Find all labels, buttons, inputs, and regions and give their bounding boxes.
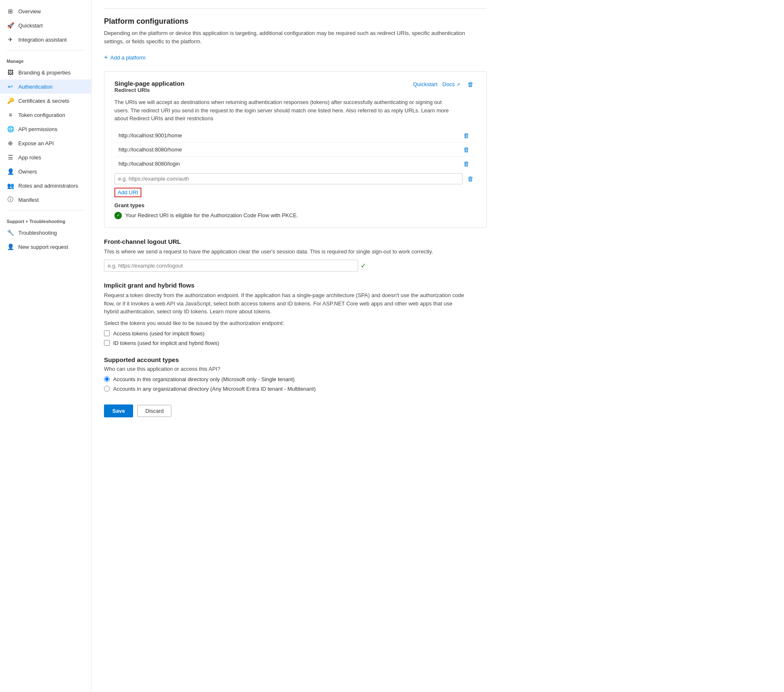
sidebar-label-authentication: Authentication xyxy=(18,84,52,90)
sidebar-item-api-permissions[interactable]: 🌐 API permissions xyxy=(0,122,91,136)
implicit-grant-title: Implicit grant and hybrid flows xyxy=(104,282,487,289)
card-docs-link[interactable]: Docs ↗ xyxy=(443,81,460,87)
multi-tenant-radio[interactable] xyxy=(104,386,110,392)
logout-input-row: ✓ xyxy=(104,260,366,272)
supported-accounts-section: Supported account types Who can use this… xyxy=(104,356,487,392)
roles-icon: 👥 xyxy=(7,182,14,189)
front-channel-section: Front-channel logout URL This is where w… xyxy=(104,238,487,272)
sidebar-item-authentication[interactable]: ↩ Authentication xyxy=(0,79,91,94)
sidebar-item-expose-api[interactable]: ⊕ Expose an API xyxy=(0,136,91,150)
sidebar-item-new-support[interactable]: 👤 New support request xyxy=(0,240,91,254)
card-title-block: Single-page application Redirect URIs xyxy=(114,80,184,97)
new-support-icon: 👤 xyxy=(7,243,14,251)
plus-icon: + xyxy=(104,54,108,61)
multi-tenant-label: Accounts in any organizational directory… xyxy=(113,386,316,392)
grant-types-title: Grant types xyxy=(114,202,476,208)
uri-row-2: http://localhost:8080/login 🗑 xyxy=(114,157,476,171)
check-circle-icon: ✓ xyxy=(114,212,122,219)
sidebar-label-manifest: Manifest xyxy=(18,197,39,203)
card-quickstart-link[interactable]: Quickstart xyxy=(413,81,438,87)
sidebar-item-troubleshooting[interactable]: 🔧 Troubleshooting xyxy=(0,226,91,240)
delete-uri-2-button[interactable]: 🗑 xyxy=(461,159,472,168)
sidebar-item-roles-admins[interactable]: 👥 Roles and administrators xyxy=(0,179,91,193)
sidebar-label-api-permissions: API permissions xyxy=(18,126,57,132)
delete-uri-0-button[interactable]: 🗑 xyxy=(461,131,472,140)
uri-list: http://localhost:9001/home 🗑 http://loca… xyxy=(114,129,476,171)
uri-value-1: http://localhost:8080/home xyxy=(119,146,182,153)
uri-row-0: http://localhost:9001/home 🗑 xyxy=(114,129,476,143)
card-subtitle: Redirect URIs xyxy=(114,87,184,93)
logout-url-input[interactable] xyxy=(104,260,358,272)
sidebar-label-new-support: New support request xyxy=(18,244,68,250)
access-tokens-label: Access tokens (used for implicit flows) xyxy=(113,330,205,337)
sidebar-item-manifest[interactable]: ⓘ Manifest xyxy=(0,193,91,207)
card-delete-button[interactable]: 🗑 xyxy=(465,80,476,89)
sidebar-label-roles-admins: Roles and administrators xyxy=(18,183,78,189)
integration-icon: ✈ xyxy=(7,36,14,43)
card-header: Single-page application Redirect URIs Qu… xyxy=(114,80,476,97)
sidebar-label-integration: Integration assistant xyxy=(18,37,67,43)
sidebar-item-owners[interactable]: 👤 Owners xyxy=(0,164,91,179)
sidebar-item-app-roles[interactable]: ☰ App roles xyxy=(0,150,91,164)
sidebar-label-quickstart: Quickstart xyxy=(18,22,43,29)
add-uri-button[interactable]: Add URI xyxy=(114,188,141,197)
approles-icon: ☰ xyxy=(7,154,14,161)
sidebar-item-token-config[interactable]: ≡ Token configuration xyxy=(0,108,91,122)
save-button[interactable]: Save xyxy=(104,404,133,417)
uri-value-0: http://localhost:9001/home xyxy=(119,132,182,139)
manifest-icon: ⓘ xyxy=(7,196,14,203)
card-title: Single-page application xyxy=(114,80,184,87)
sidebar-item-branding[interactable]: 🖼 Branding & properties xyxy=(0,65,91,79)
top-divider xyxy=(104,8,487,9)
sidebar-label-certificates: Certificates & secrets xyxy=(18,98,69,104)
front-channel-description: This is where we send a request to have … xyxy=(104,248,466,256)
token-icon: ≡ xyxy=(7,111,14,119)
uri-input[interactable] xyxy=(114,173,462,184)
sidebar-divider-1 xyxy=(7,50,84,50)
single-tenant-label: Accounts in this organizational director… xyxy=(113,376,294,382)
external-link-icon: ↗ xyxy=(456,82,460,87)
main-content: Platform configurations Depending on the… xyxy=(92,0,784,692)
id-tokens-checkbox[interactable] xyxy=(104,340,110,346)
add-platform-button[interactable]: + Add a platform xyxy=(104,52,146,63)
expose-icon: ⊕ xyxy=(7,139,14,147)
single-tenant-radio[interactable] xyxy=(104,376,110,382)
add-platform-label: Add a platform xyxy=(110,55,146,61)
card-actions: Quickstart Docs ↗ 🗑 xyxy=(413,80,476,89)
quickstart-icon: 🚀 xyxy=(7,22,14,29)
api-icon: 🌐 xyxy=(7,125,14,133)
id-tokens-label: ID tokens (used for implicit and hybrid … xyxy=(113,340,219,346)
id-tokens-checkbox-row: ID tokens (used for implicit and hybrid … xyxy=(104,340,487,346)
uri-input-row: 🗑 xyxy=(114,173,476,184)
access-tokens-checkbox[interactable] xyxy=(104,330,110,336)
spa-card: Single-page application Redirect URIs Qu… xyxy=(104,71,487,228)
docs-label: Docs xyxy=(443,81,455,87)
sidebar-label-expose-api: Expose an API xyxy=(18,140,54,146)
sidebar-manage-label: Manage xyxy=(0,54,91,65)
page-description: Depending on the platform or device this… xyxy=(104,29,466,45)
page-title: Platform configurations xyxy=(104,17,772,26)
access-tokens-checkbox-row: Access tokens (used for implicit flows) xyxy=(104,330,487,337)
grant-success-text: Your Redirect URI is eligible for the Au… xyxy=(125,212,298,218)
sidebar-label-troubleshooting: Troubleshooting xyxy=(18,230,57,236)
owners-icon: 👤 xyxy=(7,168,14,175)
grant-success-row: ✓ Your Redirect URI is eligible for the … xyxy=(114,212,476,219)
multi-tenant-radio-row: Accounts in any organizational directory… xyxy=(104,386,487,392)
add-uri-label: Add URI xyxy=(118,189,138,196)
redirect-description: The URIs we will accept as destinations … xyxy=(114,98,455,123)
delete-uri-1-button[interactable]: 🗑 xyxy=(461,145,472,154)
sidebar-support-label: Support + Troubleshooting xyxy=(0,214,91,226)
authentication-icon: ↩ xyxy=(7,83,14,90)
action-bar: Save Discard xyxy=(104,404,487,417)
single-tenant-radio-row: Accounts in this organizational director… xyxy=(104,376,487,382)
sidebar-label-overview: Overview xyxy=(18,8,41,15)
sidebar-label-app-roles: App roles xyxy=(18,154,41,161)
sidebar-item-certificates[interactable]: 🔑 Certificates & secrets xyxy=(0,94,91,108)
sidebar-item-overview[interactable]: ⊞ Overview xyxy=(0,4,91,18)
delete-uri-input-button[interactable]: 🗑 xyxy=(465,174,476,183)
sidebar-item-quickstart[interactable]: 🚀 Quickstart xyxy=(0,18,91,32)
discard-button[interactable]: Discard xyxy=(137,405,171,417)
sidebar-item-integration[interactable]: ✈ Integration assistant xyxy=(0,32,91,47)
sidebar-label-branding: Branding & properties xyxy=(18,69,71,76)
overview-icon: ⊞ xyxy=(7,7,14,15)
